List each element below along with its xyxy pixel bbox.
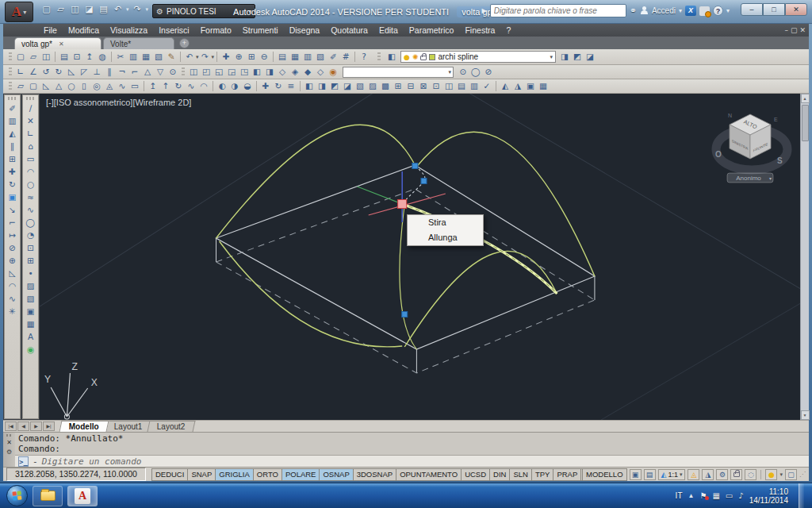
scale-icon[interactable]: ▣ <box>6 190 19 203</box>
help-icon[interactable]: ? <box>358 51 370 63</box>
signin-label[interactable]: Accedi <box>652 6 676 15</box>
loft-icon[interactable]: ◠ <box>197 80 210 92</box>
extend-icon[interactable]: ↦ <box>6 229 19 241</box>
compass-north[interactable]: N <box>728 113 732 118</box>
command-customize-icon[interactable]: ⚙ <box>6 448 12 456</box>
toggle-din[interactable]: DIN <box>489 468 510 481</box>
zoom-realtime-icon[interactable]: ⊕ <box>232 51 245 63</box>
file-tab-close-icon[interactable]: ✕ <box>59 40 64 48</box>
grip-point[interactable] <box>412 164 418 169</box>
point-icon[interactable]: • <box>25 267 37 279</box>
layer-properties-icon[interactable]: ◧ <box>385 51 398 63</box>
layer-lock-icon[interactable] <box>420 56 427 60</box>
isolate-objects-icon[interactable]: ◌ <box>745 469 756 480</box>
ucs-selector-label[interactable]: Anonimo <box>736 175 761 182</box>
view-bottom-icon[interactable]: ◱ <box>213 66 225 78</box>
search-input[interactable] <box>490 4 626 17</box>
3d-rotate-icon[interactable]: ↻ <box>272 80 285 92</box>
file-tab-volta-gp[interactable]: volta gp* ✕ <box>14 37 102 49</box>
toggle-ucsd[interactable]: UCSD <box>461 468 490 481</box>
ucs-previous-icon[interactable]: ↺ <box>40 66 52 78</box>
menu-parametrico[interactable]: Parametrico <box>404 24 460 37</box>
interference-icon[interactable]: ◮ <box>511 80 524 92</box>
menu-formato[interactable]: Formato <box>195 24 237 37</box>
ucs-y-icon[interactable]: ▽ <box>154 66 167 78</box>
layout-nav-first[interactable]: |◀ <box>5 421 17 431</box>
view-front-icon[interactable]: ◧ <box>251 66 263 78</box>
layer-on-icon[interactable]: ● <box>404 53 410 61</box>
signin-dropdown-icon[interactable]: ▾ <box>679 7 682 14</box>
color-faces-icon[interactable]: ⊞ <box>392 80 404 92</box>
sheet-set-manager-icon[interactable]: ▧ <box>314 51 327 63</box>
ucs-3point-icon[interactable]: ⌐ <box>128 66 141 78</box>
scale-dropdown-icon[interactable]: ▾ <box>680 471 683 478</box>
toggle-osnap[interactable]: OSNAP <box>319 468 353 481</box>
cylinder-icon[interactable]: ▯ <box>78 80 90 92</box>
help-dropdown-icon[interactable]: ▾ <box>726 7 730 14</box>
menu-finestra[interactable]: Finestra <box>459 24 500 37</box>
new-file-icon[interactable]: ▢ <box>14 51 27 63</box>
scrollbar-thumb[interactable] <box>802 105 809 141</box>
slab-corner-edges[interactable] <box>216 238 595 373</box>
view-sw-iso-icon[interactable]: ◇ <box>276 66 289 78</box>
vault-arch-back-left[interactable] <box>216 125 416 238</box>
save-icon[interactable]: ◫ <box>68 3 82 16</box>
command-input-prompt[interactable]: Digitare un comando <box>42 456 142 467</box>
help-icon[interactable]: ? <box>713 6 723 16</box>
trim-icon[interactable]: ⌐ <box>6 216 19 229</box>
grip-point[interactable] <box>402 312 408 318</box>
polyline-icon[interactable]: ∟ <box>25 127 37 140</box>
layout-nav-prev[interactable]: ◀ <box>17 421 29 431</box>
multiline-text-icon[interactable]: A <box>25 330 37 343</box>
pan-icon[interactable]: ✚ <box>220 51 232 63</box>
maximize-button[interactable]: □ <box>763 3 785 16</box>
ucs-z-axis-icon[interactable]: ¬ <box>116 66 128 78</box>
clean-screen-icon[interactable]: ▢ <box>785 469 797 480</box>
menu-item-stira[interactable]: Stira <box>408 215 483 230</box>
orbit-constrained-icon[interactable]: ⊙ <box>457 66 469 78</box>
redo-icon[interactable]: ↷ <box>199 51 212 63</box>
show-desktop-button[interactable] <box>799 483 804 508</box>
ellipse-icon[interactable]: ◯ <box>25 216 37 229</box>
taskbar-autocad-button[interactable]: A <box>67 486 98 506</box>
live-section-icon[interactable]: ▦ <box>537 80 550 92</box>
etransmit-icon[interactable]: ◍ <box>96 51 109 63</box>
ucs-face-icon[interactable]: ◺ <box>65 66 78 78</box>
compass-west[interactable]: O <box>715 150 722 159</box>
workspace-selector[interactable]: ⚙ PINOLO TESI ▾ <box>152 4 255 18</box>
rectangle-icon[interactable]: ▭ <box>25 152 37 165</box>
toolbar-grip[interactable] <box>182 67 185 77</box>
ucs-selector-dropdown-icon[interactable]: ▾ <box>769 176 772 181</box>
view-top-icon[interactable]: ◰ <box>200 66 213 78</box>
minimize-button[interactable]: – <box>741 3 763 16</box>
infocenter-collapse-icon[interactable]: ▶ <box>482 7 487 14</box>
wedge-icon[interactable]: ◺ <box>40 80 52 92</box>
move-icon[interactable]: ✚ <box>6 165 19 178</box>
3d-move-icon[interactable]: ✚ <box>259 80 272 92</box>
table-icon[interactable]: ▦ <box>25 318 37 330</box>
menu--[interactable]: ? <box>500 24 516 37</box>
publish-icon[interactable]: ↥ <box>83 51 96 63</box>
extract-edges-icon[interactable]: ◭ <box>499 80 511 92</box>
clean-icon[interactable]: ◫ <box>442 80 455 92</box>
ellipse-arc-icon[interactable]: ◔ <box>25 229 37 241</box>
file-tab-volte[interactable]: Volte* <box>103 37 174 49</box>
ucs-world-icon[interactable]: ∠ <box>27 66 40 78</box>
drawing-canvas[interactable]: Z Y X [-][ISO assonometrico][Wireframe 2… <box>40 94 809 420</box>
copy-edges-icon[interactable]: ⊟ <box>404 80 417 92</box>
workspace-dropdown-icon[interactable]: ▾ <box>248 8 251 15</box>
layer-dropdown-icon[interactable]: ▾ <box>550 54 553 60</box>
menu-item-allunga[interactable]: Allunga <box>408 230 483 245</box>
ucs-icon[interactable]: ∟ <box>14 66 27 78</box>
sphere-icon[interactable]: ○ <box>65 80 78 92</box>
compass-east[interactable]: E <box>774 117 778 122</box>
redo-icon[interactable]: ↷ <box>131 3 144 16</box>
delete-faces-icon[interactable]: ◪ <box>341 80 354 92</box>
offset-faces-icon[interactable]: ◩ <box>328 80 341 92</box>
workspace-switching-icon[interactable]: ⚙ <box>716 469 728 480</box>
array-icon[interactable]: ⊞ <box>6 152 19 165</box>
toggle-polare[interactable]: POLARE <box>282 468 320 481</box>
taper-faces-icon[interactable]: ▨ <box>366 80 379 92</box>
command-window-grip[interactable] <box>6 434 13 437</box>
menu-quotatura[interactable]: Quotatura <box>325 24 373 37</box>
